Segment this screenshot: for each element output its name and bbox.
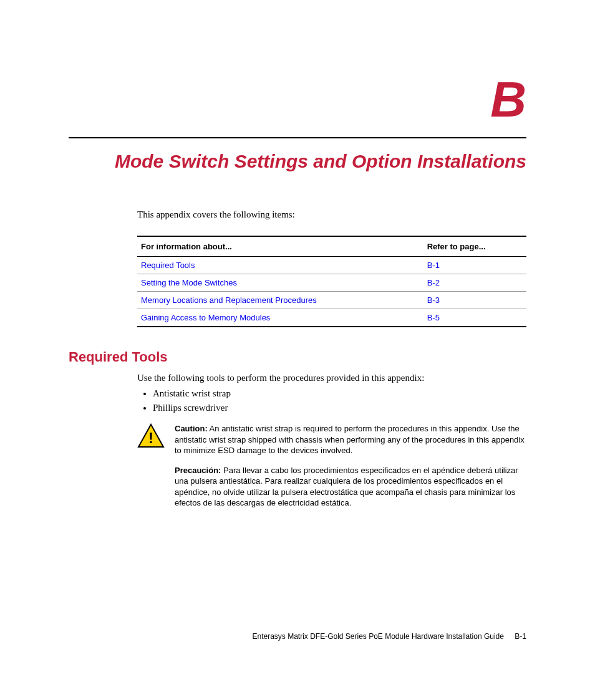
caution-body: An antistatic wrist strap is required to… [175, 424, 525, 455]
bullet-list: Antistatic wrist strap Phillips screwdri… [137, 388, 526, 413]
svg-text:!: ! [148, 429, 153, 446]
caution-block-es: Precaución: Para llevar a cabo los proce… [137, 465, 526, 509]
topic-link[interactable]: Memory Locations and Replacement Procedu… [141, 295, 317, 305]
footer-page-number: B-1 [515, 632, 526, 641]
precaucion-label: Precaución: [175, 466, 221, 475]
topic-link[interactable]: Gaining Access to Memory Modules [141, 313, 270, 322]
chapter-title: Mode Switch Settings and Option Installa… [69, 151, 526, 172]
footer-doc-title: Enterasys Matrix DFE-Gold Series PoE Mod… [252, 632, 504, 641]
caution-icon: ! [137, 423, 168, 451]
reference-table: For information about... Refer to page..… [137, 236, 526, 327]
caution-block-en: ! Caution: An antistatic wrist strap is … [137, 423, 526, 456]
page-link[interactable]: B-2 [427, 278, 440, 287]
page-link[interactable]: B-5 [427, 313, 440, 322]
appendix-letter: B [69, 75, 526, 125]
caution-label: Caution: [175, 424, 208, 433]
horizontal-rule [69, 137, 526, 138]
footer: Enterasys Matrix DFE-Gold Series PoE Mod… [252, 632, 526, 641]
page-link[interactable]: B-3 [427, 295, 440, 305]
topic-link[interactable]: Required Tools [141, 261, 195, 270]
section-intro: Use the following tools to perform the p… [137, 373, 526, 383]
table-row: Memory Locations and Replacement Procedu… [137, 292, 526, 309]
topic-link[interactable]: Setting the Mode Switches [141, 278, 237, 287]
table-row: Gaining Access to Memory Modules B-5 [137, 309, 526, 327]
intro-text: This appendix covers the following items… [137, 209, 526, 220]
table-row: Setting the Mode Switches B-2 [137, 274, 526, 292]
section-heading-required-tools: Required Tools [69, 349, 526, 365]
list-item: Phillips screwdriver [153, 403, 526, 413]
caution-text-en: Caution: An antistatic wrist strap is re… [175, 423, 526, 456]
table-header-info: For information about... [137, 236, 423, 257]
table-header-page: Refer to page... [423, 236, 526, 257]
precaucion-body: Para llevar a cabo los procedimientos es… [175, 466, 518, 508]
page-link[interactable]: B-1 [427, 261, 440, 270]
list-item: Antistatic wrist strap [153, 388, 526, 399]
caution-text-es: Precaución: Para llevar a cabo los proce… [175, 465, 526, 509]
table-row: Required Tools B-1 [137, 257, 526, 274]
